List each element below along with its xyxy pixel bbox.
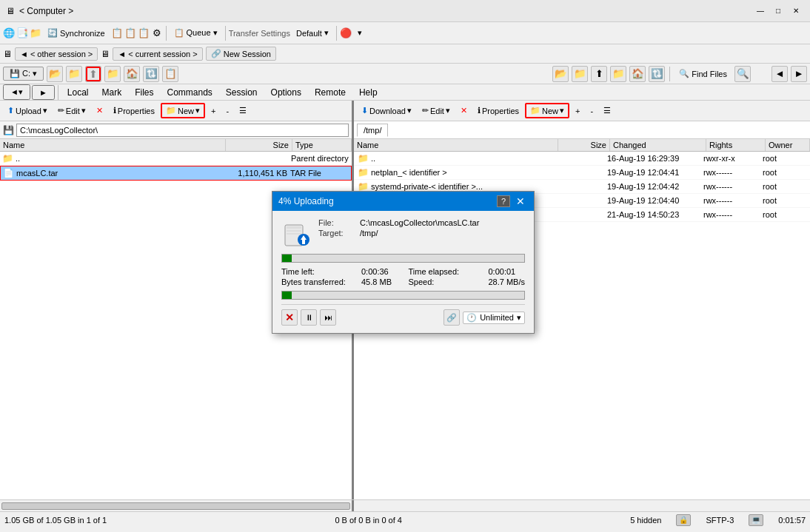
remote-filter2-button[interactable]: ☰ [599, 104, 615, 118]
connection-icon-button[interactable]: 🔗 [444, 309, 460, 326]
file-label: File: [318, 218, 355, 227]
local-properties-button[interactable]: ℹ Properties [109, 104, 159, 118]
remote-refresh-button[interactable]: 🔃 [649, 66, 665, 82]
remote-folder-button[interactable]: 📂 [552, 66, 569, 82]
drive-selector-button[interactable]: 💾 C: ▾ [3, 67, 44, 81]
remote-changed-header[interactable]: Changed [610, 139, 706, 151]
sftp-icon-button[interactable]: 💻 [749, 514, 763, 526]
remote-parent-row[interactable]: 📁 .. 16-Aug-19 16:29:39 rwxr-xr-x root [354, 152, 810, 166]
menu-commands[interactable]: Commands [161, 86, 218, 99]
menu-help[interactable]: Help [353, 86, 384, 99]
upload-dialog: 4% Uploading ? ✕ [272, 191, 535, 334]
local-path-input[interactable] [16, 124, 349, 137]
close-button[interactable]: ✕ [788, 3, 804, 19]
default-button[interactable]: Default ▾ [292, 26, 333, 40]
find-custom-button[interactable]: 🔍 [734, 66, 751, 82]
remote-home-button[interactable]: 🏠 [629, 66, 646, 82]
remote-edit-button[interactable]: ✏ Edit ▾ [418, 104, 455, 118]
remote-nav-fwd-button[interactable]: ► [791, 66, 807, 82]
remote-owner-header[interactable]: Owner [766, 139, 810, 151]
minimize-button[interactable]: — [752, 3, 769, 19]
local-new-button[interactable]: 📁 New ▾ [161, 103, 205, 118]
local-back-button[interactable]: ◄▾ [3, 84, 30, 100]
local-edit-button[interactable]: ✏ Edit ▾ [53, 104, 90, 118]
remote-save-button[interactable]: 📁 [610, 66, 626, 82]
local-file-row[interactable]: 📁 .. Parent directory [0, 152, 352, 166]
remote-bookmark-button[interactable]: 📁 [572, 66, 588, 82]
skip-button[interactable]: ⏭ [320, 309, 336, 326]
dialog-help-button[interactable]: ? [497, 195, 510, 207]
download-button[interactable]: ⬇ Download ▾ [357, 104, 416, 118]
remote-name-header[interactable]: Name [354, 139, 558, 151]
menu-session[interactable]: Session [220, 86, 264, 99]
remote-up-button[interactable]: ⬆ [591, 66, 607, 82]
queue-button[interactable]: 📋 Queue ▾ [170, 26, 222, 40]
app-icon: 🖥 [6, 6, 15, 16]
local-up-button[interactable]: ⬆ [85, 66, 101, 82]
bytes-item: Bytes transferred: 45.8 MB [281, 277, 392, 286]
forward-icon: ► [794, 68, 803, 79]
speed-dropdown-button[interactable]: ▾ [353, 26, 366, 40]
upload-button[interactable]: ⬆ Upload ▾ [3, 104, 52, 118]
pause-upload-button[interactable]: ⏸ [301, 309, 317, 326]
remote-rights-header[interactable]: Rights [706, 139, 766, 151]
current-session-button[interactable]: ◄ < current session > [113, 47, 202, 61]
local-file-row-tar[interactable]: 📄 mcasLC.tar 1,110,451 KB TAR File [0, 166, 352, 181]
remote-path-tab[interactable]: /tmp/ [357, 124, 388, 137]
dialog-close-button[interactable]: ✕ [513, 195, 528, 207]
remote-size-header[interactable]: Size [558, 139, 610, 151]
local-add-button[interactable]: + [207, 104, 220, 118]
toolbar-icon-4: ⚙ [151, 27, 163, 39]
lock-icon-button[interactable]: 🔒 [676, 514, 691, 526]
local-size-header[interactable]: Size [226, 139, 292, 151]
local-scrollbar[interactable] [0, 500, 354, 511]
remote-add-button[interactable]: + [571, 104, 584, 118]
local-filter-button[interactable]: 📋 [162, 66, 178, 82]
synchronize-button[interactable]: 🔄 Synchronize [43, 26, 110, 40]
local-delete-button[interactable]: ✕ [92, 104, 107, 118]
upload-icon: ⬆ [7, 106, 14, 115]
remote-minus-button[interactable]: - [586, 104, 598, 118]
local-filter2-button[interactable]: ☰ [235, 104, 251, 118]
remote-new-button[interactable]: 📁 New ▾ [525, 103, 569, 118]
new-session-button[interactable]: 🔗 New Session [206, 47, 276, 61]
svg-rect-1 [287, 226, 301, 229]
remote-file-header: Name Size Changed Rights Owner [354, 139, 810, 152]
find-files-button[interactable]: 🔍 Find Files [675, 67, 732, 81]
local-refresh-button[interactable]: 🔃 [143, 66, 159, 82]
maximize-button[interactable]: □ [770, 3, 786, 19]
remote-delete-button[interactable]: ✕ [456, 104, 472, 118]
local-minus-button[interactable]: - [221, 104, 233, 118]
title-bar-controls[interactable]: — □ ✕ [752, 3, 804, 19]
remote-properties-button[interactable]: ℹ Properties [473, 104, 523, 118]
local-bookmark-button[interactable]: 📁 [66, 66, 82, 82]
speed-limit-dropdown[interactable]: 🕐 Unlimited ▾ [463, 312, 525, 324]
remote-nav-back-button[interactable]: ◄ [771, 66, 788, 82]
stats-left: Time left: 0:00:36 Bytes transferred: 45… [281, 267, 392, 286]
transfer-default-label: Default [296, 29, 322, 38]
remote-edit-dropdown: ▾ [446, 106, 450, 115]
local-address-bar: 💾 [0, 121, 352, 139]
menu-remote[interactable]: Remote [309, 86, 352, 99]
menu-options[interactable]: Options [265, 86, 307, 99]
find-custom-icon: 🔍 [737, 68, 749, 79]
local-home-button[interactable]: 🏠 [124, 66, 140, 82]
site-manager-icon: 📁 [30, 27, 41, 39]
local-open-button[interactable]: 📂 [47, 66, 63, 82]
parent-type: Parent directory [291, 154, 350, 163]
remote-file-row-netplan[interactable]: 📁 netplan_< identifier > 19-Aug-19 12:04… [354, 166, 810, 180]
local-path-icon: 💾 [3, 125, 14, 135]
local-folder-button[interactable]: 📁 [104, 66, 121, 82]
remote-scrollbar[interactable] [354, 500, 810, 511]
menu-mark[interactable]: Mark [96, 86, 127, 99]
other-session-button[interactable]: ◄ < other session > [15, 47, 98, 61]
local-name-header[interactable]: Name [0, 139, 226, 151]
menu-local[interactable]: Local [61, 86, 95, 99]
remote-parent-name: .. [371, 154, 555, 163]
remote-file-toolbar: ⬇ Download ▾ ✏ Edit ▾ ✕ ℹ Properties 📁 N… [354, 101, 810, 121]
local-type-header[interactable]: Type [292, 139, 352, 151]
elapsed-label: Time elapsed: [408, 267, 482, 276]
cancel-upload-button[interactable]: ✕ [281, 309, 298, 326]
local-fwd-button[interactable]: ► [32, 85, 55, 100]
menu-files[interactable]: Files [129, 86, 159, 99]
